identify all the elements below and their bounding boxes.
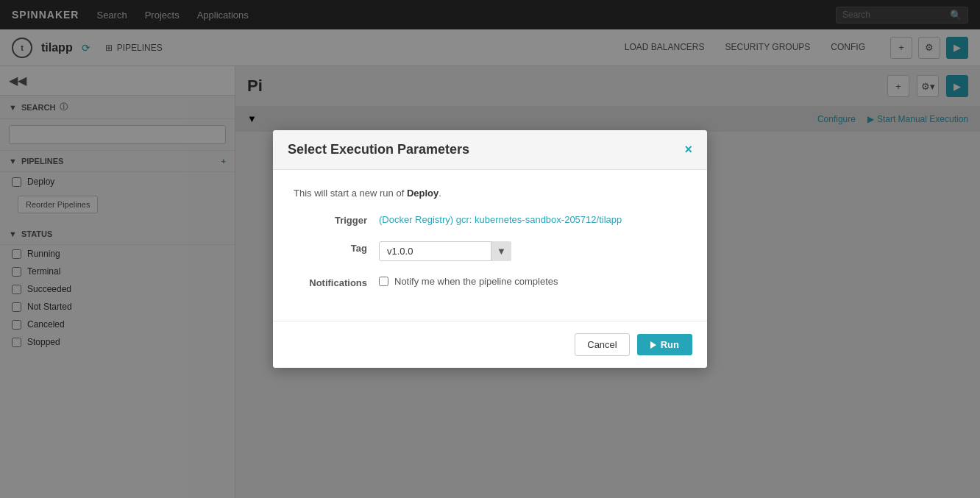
modal-footer: Cancel Run bbox=[273, 321, 707, 368]
run-label: Run bbox=[661, 339, 679, 350]
run-button[interactable]: Run bbox=[637, 334, 692, 355]
modal-dialog: Select Execution Parameters × This will … bbox=[273, 130, 707, 368]
cancel-button[interactable]: Cancel bbox=[575, 333, 629, 356]
tag-select[interactable]: v1.0.0 bbox=[379, 241, 511, 261]
notifications-label: Notifications bbox=[294, 276, 367, 288]
tag-select-wrapper: v1.0.0 ▼ bbox=[379, 241, 511, 261]
trigger-value: (Docker Registry) gcr: kubernetes-sandbo… bbox=[379, 213, 622, 227]
modal-header: Select Execution Parameters × bbox=[273, 130, 707, 170]
notify-checkbox[interactable] bbox=[379, 277, 388, 286]
run-play-icon bbox=[650, 341, 656, 349]
deploy-name: Deploy bbox=[407, 188, 438, 199]
trigger-label: Trigger bbox=[294, 213, 367, 226]
modal-intro-text: This will start a new run of Deploy. bbox=[294, 188, 686, 199]
notify-checkbox-row: Notify me when the pipeline completes bbox=[379, 276, 558, 287]
modal-close-button[interactable]: × bbox=[684, 142, 692, 157]
tag-row: Tag v1.0.0 ▼ bbox=[294, 241, 686, 261]
trigger-row: Trigger (Docker Registry) gcr: kubernete… bbox=[294, 213, 686, 227]
modal-overlay: Select Execution Parameters × This will … bbox=[0, 0, 980, 498]
notifications-row: Notifications Notify me when the pipelin… bbox=[294, 276, 686, 288]
tag-label: Tag bbox=[294, 241, 367, 254]
modal-body: This will start a new run of Deploy. Tri… bbox=[273, 170, 707, 321]
modal-title: Select Execution Parameters bbox=[288, 142, 469, 157]
notify-label[interactable]: Notify me when the pipeline completes bbox=[394, 276, 558, 287]
